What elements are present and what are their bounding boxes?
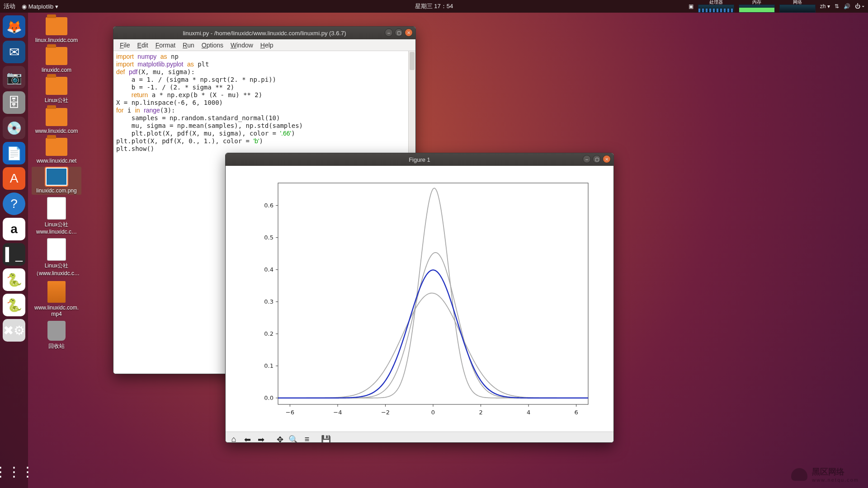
desktop-icon[interactable]: Linux公社（www.linuxidc.c… bbox=[32, 238, 81, 278]
pan-icon[interactable]: ✥ bbox=[274, 433, 286, 443]
back-icon[interactable]: ⬅ bbox=[241, 433, 254, 443]
image-icon bbox=[46, 168, 67, 186]
folder-icon bbox=[46, 108, 67, 126]
xtick-label: 6 bbox=[574, 409, 578, 416]
dock-files[interactable]: 🗄 bbox=[3, 91, 25, 114]
dock-thunderbird[interactable]: ✉ bbox=[3, 41, 25, 63]
file-icon bbox=[47, 197, 66, 219]
dock-firefox[interactable]: 🦊 bbox=[3, 15, 25, 38]
figure-titlebar[interactable]: Figure 1 – ▢ ✕ bbox=[226, 153, 613, 166]
desktop-icon[interactable]: linuxidc.com bbox=[32, 46, 81, 74]
menu-file[interactable]: File bbox=[117, 41, 133, 50]
menu-window[interactable]: Window bbox=[228, 41, 256, 50]
desktop-icon[interactable]: linux.linuxidc.com bbox=[32, 16, 81, 44]
forward-icon[interactable]: ➡ bbox=[255, 433, 267, 443]
ytick-label: 0.5 bbox=[264, 234, 274, 241]
cpu-indicator[interactable]: 处理器 bbox=[698, 0, 734, 13]
idle-titlebar[interactable]: linuxmi.py - /home/linuxidc/www.linuxidc… bbox=[113, 27, 415, 39]
figure-title: Figure 1 bbox=[409, 156, 430, 163]
plot-svg: −6−4−202460.00.10.20.30.40.50.6 bbox=[237, 174, 602, 427]
top-panel: 活动 ◉ Matplotlib ▾ 星期三 17：54 ▣ 处理器 内存 网络 … bbox=[0, 0, 868, 13]
desktop-icon-label: linux.linuxidc.com bbox=[35, 37, 78, 43]
dock-python-script-2[interactable]: 🐍 bbox=[3, 294, 25, 316]
dock-help[interactable]: ? bbox=[3, 192, 25, 215]
power-icon[interactable]: ⏻ ▾ bbox=[855, 3, 864, 9]
ytick-label: 0.6 bbox=[264, 202, 274, 209]
dock-shotwell[interactable]: 📷 bbox=[3, 66, 25, 89]
volume-icon[interactable]: 🔊 bbox=[844, 3, 850, 9]
figure-canvas: −6−4−202460.00.10.20.30.40.50.6 bbox=[226, 166, 613, 432]
desktop-icon[interactable]: www.linuxidc.com.mp4 bbox=[32, 280, 81, 318]
folder-icon bbox=[46, 17, 67, 35]
desktop-icon[interactable]: www.linuxidc.com bbox=[32, 107, 81, 135]
maximize-button[interactable]: ▢ bbox=[395, 28, 403, 37]
dock-amazon[interactable]: a bbox=[3, 218, 25, 240]
desktop-icon[interactable]: 回收站 bbox=[32, 320, 81, 351]
minimize-button[interactable]: – bbox=[385, 28, 393, 37]
ytick-label: 0.0 bbox=[264, 394, 274, 401]
series-0 bbox=[278, 253, 588, 398]
idle-title: linuxmi.py - /home/linuxidc/www.linuxidc… bbox=[183, 30, 346, 37]
matplotlib-icon: ◉ bbox=[22, 3, 27, 10]
file-icon bbox=[47, 239, 66, 260]
watermark-icon bbox=[791, 468, 807, 481]
app-menu[interactable]: ◉ Matplotlib ▾ bbox=[22, 3, 58, 10]
desktop-icon[interactable]: Linux公社 www.linuxidc.c… bbox=[32, 197, 81, 236]
clock[interactable]: 星期三 17：54 bbox=[415, 2, 453, 10]
desktop-icon-label: linuxidc.com.png bbox=[36, 188, 76, 194]
xtick-label: −4 bbox=[333, 409, 342, 416]
scrollbar-thumb[interactable] bbox=[410, 52, 415, 70]
dock-terminal[interactable]: ▍_ bbox=[3, 243, 25, 266]
desktop-icon-label: www.linuxidc.com bbox=[35, 128, 78, 134]
desktop-icon-label: linuxidc.com bbox=[42, 67, 71, 73]
ytick-label: 0.3 bbox=[264, 298, 274, 305]
dock-python-script-1[interactable]: 🐍 bbox=[3, 268, 25, 291]
dock-settings[interactable]: ✖⚙ bbox=[3, 319, 25, 342]
menu-format[interactable]: Format bbox=[153, 41, 178, 50]
desktop-icon[interactable]: www.linuxidc.net bbox=[32, 137, 81, 165]
video-icon bbox=[47, 281, 66, 303]
matplotlib-toolbar: ⌂ ⬅ ➡ ✥ 🔍 ≡ 💾 bbox=[226, 432, 613, 443]
configure-icon[interactable]: ≡ bbox=[301, 433, 313, 443]
desktop-icon-label: www.linuxidc.com.mp4 bbox=[33, 305, 80, 317]
screenshot-indicator-icon[interactable]: ▣ bbox=[689, 3, 693, 9]
watermark: 黑区网络 www.netqu.com bbox=[791, 466, 859, 483]
menu-help[interactable]: Help bbox=[258, 41, 276, 50]
ytick-label: 0.2 bbox=[264, 330, 274, 337]
zoom-icon[interactable]: 🔍 bbox=[287, 433, 300, 443]
input-method[interactable]: zh ▾ bbox=[820, 3, 830, 9]
folder-icon bbox=[46, 77, 67, 95]
ytick-label: 0.1 bbox=[264, 362, 274, 369]
desktop-icon-label: Linux公社 www.linuxidc.c… bbox=[33, 221, 80, 235]
folder-icon bbox=[46, 138, 67, 156]
folder-icon bbox=[46, 47, 67, 65]
dock-rhythmbox[interactable]: 💿 bbox=[3, 117, 25, 139]
close-button[interactable]: ✕ bbox=[405, 28, 413, 37]
minimize-button[interactable]: – bbox=[583, 155, 591, 163]
home-icon[interactable]: ⌂ bbox=[227, 433, 240, 443]
xtick-label: −2 bbox=[381, 409, 390, 416]
desktop-icon-label: www.linuxidc.net bbox=[37, 158, 77, 164]
desktop-icon-label: Linux公社（www.linuxidc.c… bbox=[33, 262, 80, 277]
save-icon[interactable]: 💾 bbox=[320, 433, 332, 443]
menu-edit[interactable]: Edit bbox=[135, 41, 151, 50]
dock-software[interactable]: A bbox=[3, 167, 25, 190]
axes-frame bbox=[278, 183, 588, 404]
desktop-icon[interactable]: Linux公社 bbox=[32, 76, 81, 105]
close-button[interactable]: ✕ bbox=[603, 155, 611, 163]
xtick-label: 0 bbox=[431, 409, 435, 416]
menu-options[interactable]: Options bbox=[199, 41, 226, 50]
figure-window: Figure 1 – ▢ ✕ −6−4−202460.00.10.20.30.4… bbox=[225, 153, 614, 443]
network-indicator[interactable]: 网络 bbox=[779, 0, 816, 13]
xtick-label: 4 bbox=[527, 409, 530, 416]
trash-icon bbox=[47, 321, 66, 341]
desktop-icon[interactable]: linuxidc.com.png bbox=[32, 167, 81, 195]
idle-menubar: FileEditFormatRunOptionsWindowHelp bbox=[113, 39, 415, 51]
menu-run[interactable]: Run bbox=[180, 41, 197, 50]
dock-show-apps[interactable]: ⋮⋮⋮ bbox=[3, 460, 25, 483]
activities-button[interactable]: 活动 bbox=[4, 2, 15, 10]
dock-writer[interactable]: 📄 bbox=[3, 142, 25, 164]
memory-indicator[interactable]: 内存 bbox=[739, 0, 775, 13]
maximize-button[interactable]: ▢ bbox=[593, 155, 601, 163]
network-icon[interactable]: ⇅ bbox=[835, 3, 839, 9]
